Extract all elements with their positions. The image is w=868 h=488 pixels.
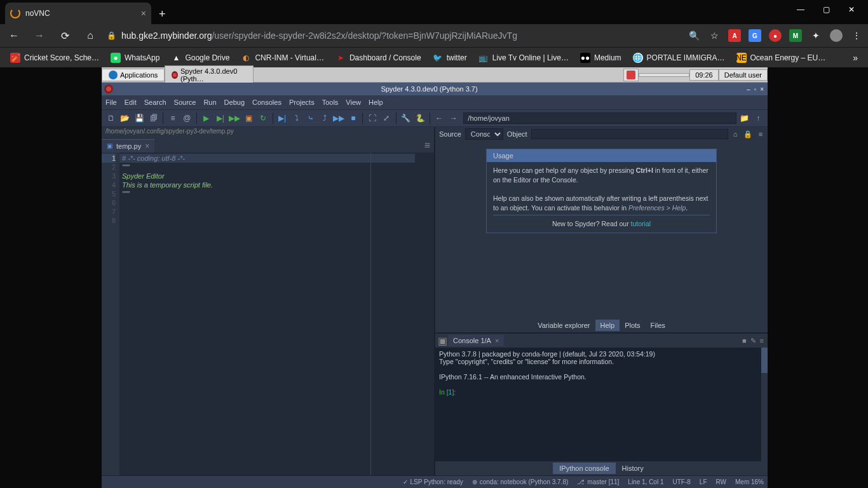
extension-adblock-icon[interactable]: ● bbox=[769, 29, 782, 42]
applications-menu-button[interactable]: Applications bbox=[102, 69, 165, 81]
list-icon[interactable]: ≡ bbox=[166, 111, 179, 125]
status-perm[interactable]: RW bbox=[716, 478, 726, 485]
pythonpath-icon[interactable]: 🐍 bbox=[413, 111, 426, 125]
chrome-menu-icon[interactable]: ⋮ bbox=[850, 29, 863, 42]
run-cell-advance-icon[interactable]: ▶▶ bbox=[228, 111, 241, 125]
step-out-icon[interactable]: ⤴ bbox=[318, 111, 332, 125]
console-options-icon[interactable]: ✎ bbox=[750, 337, 756, 345]
editor-tabs-menu-icon[interactable]: ≡ bbox=[421, 140, 434, 151]
preferences-icon[interactable]: 🔧 bbox=[399, 111, 412, 125]
help-menu-icon[interactable]: ≡ bbox=[755, 130, 766, 138]
close-tab-icon[interactable]: × bbox=[141, 8, 146, 18]
menu-search[interactable]: Search bbox=[144, 98, 166, 106]
browse-cwd-icon[interactable]: 📁 bbox=[737, 111, 750, 125]
cwd-input[interactable] bbox=[463, 112, 736, 124]
bookmarks-overflow-icon[interactable]: » bbox=[848, 53, 863, 63]
home-button[interactable]: ⌂ bbox=[81, 30, 99, 41]
console-scrollbar[interactable] bbox=[761, 348, 768, 461]
extension-m-icon[interactable]: M bbox=[789, 29, 802, 42]
browser-tab[interactable]: noVNC × bbox=[5, 3, 151, 24]
close-editor-tab-icon[interactable]: × bbox=[145, 142, 149, 151]
new-tab-button[interactable]: + bbox=[159, 8, 166, 21]
menu-consoles[interactable]: Consoles bbox=[252, 98, 281, 106]
window-close-icon[interactable]: ✕ bbox=[845, 5, 858, 14]
profile-avatar-icon[interactable] bbox=[830, 29, 843, 42]
help-lock-icon[interactable]: 🔒 bbox=[742, 130, 754, 139]
cwd-back-icon[interactable]: ← bbox=[433, 111, 446, 125]
tab-plots[interactable]: Plots bbox=[620, 320, 645, 331]
help-source-select[interactable]: Console bbox=[465, 128, 503, 140]
tab-variable-explorer[interactable]: Variable explorer bbox=[532, 320, 595, 331]
menu-view[interactable]: View bbox=[346, 98, 361, 106]
stop-icon[interactable]: ■ bbox=[346, 111, 360, 125]
bookmark-livetv[interactable]: 📺Live Tv Online | Live… bbox=[473, 50, 574, 65]
bookmark-star-icon[interactable]: ☆ bbox=[708, 29, 721, 42]
run-icon[interactable]: ▶ bbox=[200, 111, 213, 125]
continue-icon[interactable]: ▶▶ bbox=[332, 111, 346, 125]
tab-ipython-console[interactable]: IPython console bbox=[553, 463, 615, 474]
taskbar-window-spyder[interactable]: Spyder 4.3.0.dev0 (Pyth… bbox=[165, 65, 254, 85]
step-over-icon[interactable]: ⤵ bbox=[290, 111, 303, 125]
bookmark-twitter[interactable]: 🐦twitter bbox=[428, 50, 472, 65]
forward-button[interactable]: → bbox=[31, 30, 48, 41]
cwd-forward-icon[interactable]: → bbox=[447, 111, 460, 125]
maximize-pane-icon[interactable]: ⛶ bbox=[365, 111, 379, 125]
status-mem[interactable]: Mem 16% bbox=[735, 478, 764, 485]
console-tab[interactable]: Console 1/A × bbox=[448, 335, 504, 346]
at-icon[interactable]: @ bbox=[180, 111, 194, 125]
workspace-switcher[interactable] bbox=[639, 73, 689, 77]
bookmark-cricket[interactable]: 🏏Cricket Score, Sche… bbox=[5, 50, 104, 65]
console-output[interactable]: Python 3.7.8 | packaged by conda-forge |… bbox=[435, 348, 768, 461]
rerun-icon[interactable]: ↻ bbox=[256, 111, 269, 125]
status-encoding[interactable]: UTF-8 bbox=[672, 478, 690, 485]
menu-run[interactable]: Run bbox=[203, 98, 216, 106]
bookmark-google-drive[interactable]: ▲Google Drive bbox=[166, 50, 234, 65]
save-icon[interactable]: 💾 bbox=[133, 111, 146, 125]
bookmark-ocean[interactable]: NEOcean Energy – EU… bbox=[731, 50, 831, 65]
menu-edit[interactable]: Edit bbox=[125, 98, 137, 106]
menu-projects[interactable]: Projects bbox=[289, 98, 315, 106]
address-bar[interactable]: 🔒 hub.gke2.mybinder.org/user/spyder-ide-… bbox=[107, 30, 517, 41]
status-git[interactable]: ⎇ master [11] bbox=[577, 478, 619, 485]
new-file-icon[interactable]: 🗋 bbox=[104, 111, 118, 125]
fullscreen-icon[interactable]: ⤢ bbox=[380, 111, 393, 125]
editor-tab-temp[interactable]: ▣ temp.py × bbox=[102, 139, 154, 152]
maximize-icon[interactable]: ▫ bbox=[753, 86, 758, 93]
status-conda[interactable]: ⊕ conda: notebook (Python 3.7.8) bbox=[472, 478, 569, 485]
user-menu[interactable]: Default user bbox=[719, 69, 768, 81]
tutorial-link[interactable]: tutorial bbox=[631, 220, 651, 227]
clock[interactable]: 09:26 bbox=[689, 69, 719, 81]
console-stop-icon[interactable]: ■ bbox=[742, 337, 747, 345]
status-lsp[interactable]: ✓ LSP Python: ready bbox=[403, 478, 463, 485]
window-maximize-icon[interactable]: ▢ bbox=[820, 5, 832, 14]
bookmark-medium[interactable]: ●●Medium bbox=[575, 50, 627, 65]
system-tray[interactable] bbox=[623, 69, 639, 81]
menu-tools[interactable]: Tools bbox=[322, 98, 339, 106]
save-all-icon[interactable]: 🗐 bbox=[147, 111, 160, 125]
bookmark-dashboard[interactable]: ➤Dashboard / Console bbox=[330, 50, 426, 65]
menu-debug[interactable]: Debug bbox=[224, 98, 245, 106]
bookmark-whatsapp[interactable]: ●WhatsApp bbox=[105, 50, 165, 65]
help-object-input[interactable] bbox=[531, 129, 728, 139]
close-icon[interactable]: × bbox=[759, 86, 765, 93]
open-file-icon[interactable]: 📂 bbox=[118, 111, 132, 125]
extensions-puzzle-icon[interactable]: ✦ bbox=[810, 29, 822, 42]
zoom-icon[interactable]: 🔍 bbox=[688, 29, 700, 42]
back-button[interactable]: ← bbox=[5, 30, 23, 41]
debug-icon[interactable]: ▶| bbox=[276, 111, 289, 125]
parent-dir-icon[interactable]: ↑ bbox=[752, 111, 765, 125]
help-home-icon[interactable]: ⌂ bbox=[729, 130, 741, 138]
minimize-icon[interactable]: – bbox=[745, 86, 752, 93]
extension-translate-icon[interactable]: G bbox=[749, 29, 761, 42]
tab-history[interactable]: History bbox=[616, 463, 650, 474]
tab-help[interactable]: Help bbox=[595, 320, 620, 331]
console-menu-icon[interactable]: ≡ bbox=[760, 337, 764, 345]
close-console-tab-icon[interactable]: × bbox=[495, 337, 499, 344]
step-into-icon[interactable]: ⤷ bbox=[304, 111, 317, 125]
window-minimize-icon[interactable]: — bbox=[794, 5, 807, 14]
menu-source[interactable]: Source bbox=[174, 98, 196, 106]
code-editor[interactable]: 12345678 # -*- coding: utf-8 -*- """ Spy… bbox=[102, 152, 434, 475]
bookmark-cnr[interactable]: ◐CNR-INM - Virtual… bbox=[236, 50, 329, 65]
reload-button[interactable]: ⟳ bbox=[56, 30, 74, 42]
menu-help[interactable]: Help bbox=[369, 98, 383, 106]
